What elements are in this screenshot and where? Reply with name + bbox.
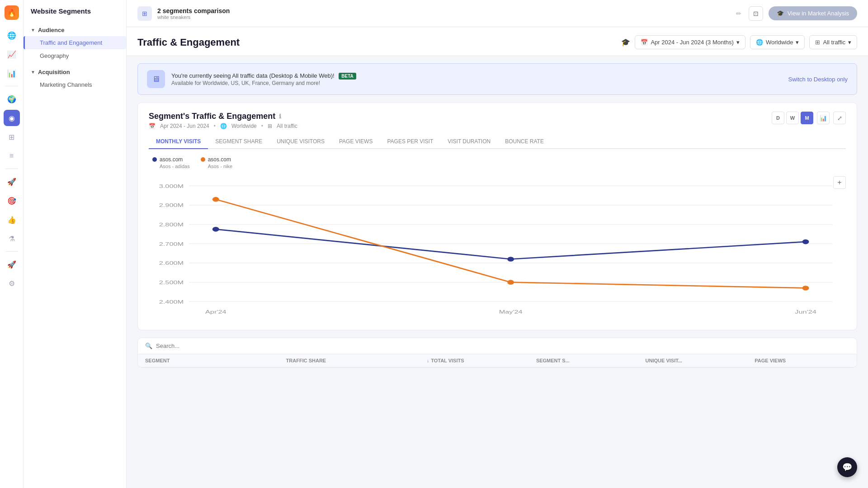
period-day-button[interactable]: D [772,112,784,124]
sidebar-item-geography[interactable]: Geography [24,49,126,62]
rail-rocket-icon[interactable]: 🚀 [4,174,20,190]
share-button[interactable]: ⤢ [833,112,846,124]
banner-icon: 🖥 [147,70,165,88]
geo-filter-button[interactable]: 🌐 Worldwide ▾ [750,35,805,49]
legend-item-adidas: asos.com Asos - adidas [152,156,190,169]
rail-target-icon[interactable]: 🎯 [4,192,20,209]
app-logo[interactable]: 🔥 [5,5,19,20]
legend-dot-nike [201,157,205,162]
sidebar-section-audience: ▼ Audience Traffic and Engagement Geogra… [24,22,126,64]
chart-legend: asos.com Asos - adidas asos.com Asos - n… [149,156,846,169]
rail-segments-icon[interactable]: ◉ [4,110,20,126]
series-adidas-line [216,229,806,259]
chart-subtitle: 📅 Apr 2024 - Jun 2024 • 🌐 Worldwide • ⊞ … [149,123,297,129]
rail-thumbs-icon[interactable]: 👍 [4,211,20,228]
section-header: Traffic & Engagement 🎓 📅 Apr 2024 - Jun … [127,27,868,56]
sort-down-icon: ↓ [427,358,429,363]
chat-button[interactable]: 💬 [837,457,857,477]
calendar-icon: 📅 [641,39,648,46]
rail-launch-icon[interactable]: 🚀 [4,256,20,272]
tab-page-views[interactable]: PAGE VIEWS [332,135,380,149]
tab-unique-visitors[interactable]: UNIQUE VISITORS [269,135,332,149]
series-nike-point-3 [802,286,809,291]
edit-icon[interactable]: ✏ [734,8,743,19]
rail-filter-icon[interactable]: ⚗ [4,230,20,247]
banner-subtitle: Available for Worldwide, US, UK, France,… [171,80,782,86]
rail-divider-2 [5,169,18,169]
rail-home-icon[interactable]: 🌐 [4,27,20,43]
chart-area: + 3.000M 2.900M 2.800M 2.700M 2.600M [149,176,846,321]
svg-text:2.400M: 2.400M [159,299,184,305]
date-filter-button[interactable]: 📅 Apr 2024 - Jun 2024 (3 Months) ▾ [635,35,745,49]
search-input[interactable] [156,343,849,349]
page-title: Traffic & Engagement [137,37,614,48]
top-bar: ⊞ 2 segments comparison white sneakers ✏… [127,0,868,27]
segment-count: 2 segments comparison [157,7,729,14]
sidebar-section-acquisition: ▼ Acquisition Marketing Channels [24,64,126,93]
svg-text:Apr'24: Apr'24 [205,309,226,314]
banner-text: You're currently seeing All traffic data… [171,72,782,86]
series-adidas-point-1 [212,227,219,232]
rail-globe-icon[interactable]: 🌍 [4,91,20,107]
acquisition-label: Acquisition [38,69,70,75]
rail-bars-icon[interactable]: ≡ [4,148,20,164]
content-area: Traffic & Engagement 🎓 📅 Apr 2024 - Jun … [127,27,868,488]
main-content: ⊞ 2 segments comparison white sneakers ✏… [127,0,868,488]
info-banner: 🖥 You're currently seeing All traffic da… [137,63,857,95]
globe-icon: 🌐 [756,39,763,46]
series-nike-point-2 [507,280,514,285]
switch-desktop-link[interactable]: Switch to Desktop only [788,76,848,83]
add-series-button[interactable]: + [833,176,846,189]
svg-text:2.500M: 2.500M [159,279,184,285]
section-icon: 🎓 [621,38,630,47]
chart-title-block: Segment's Traffic & Engagement ℹ 📅 Apr 2… [149,112,297,129]
tab-bounce-rate[interactable]: BOUNCE RATE [498,135,551,149]
rail-settings-icon[interactable]: ⚙ [4,275,20,291]
traffic-icon: ⊞ [815,39,820,46]
table-section: 🔍 Segment Traffic Share ↓ Total Visits S… [137,338,857,368]
tab-segment-share[interactable]: SEGMENT SHARE [208,135,269,149]
series-adidas-point-3 [802,239,809,244]
chart-controls: D W M 📊 ⤢ [772,112,846,124]
chart-tabs: MONTHLY VISITS SEGMENT SHARE UNIQUE VISI… [149,135,846,149]
sidebar-item-traffic[interactable]: Traffic and Engagement [24,36,126,49]
chart-card: Segment's Traffic & Engagement ℹ 📅 Apr 2… [137,102,857,330]
rail-divider-3 [5,251,18,252]
sidebar-item-marketing[interactable]: Marketing Channels [24,78,126,91]
rail-analytics-icon[interactable]: 📈 [4,46,20,62]
compare-icon[interactable]: ⊡ [749,6,763,21]
col-total-visits: ↓ Total Visits [420,358,529,363]
tab-monthly-visits[interactable]: MONTHLY VISITS [149,135,208,149]
rail-layers-icon[interactable]: ⊞ [4,129,20,145]
chart-title: Segment's Traffic & Engagement ℹ [149,112,297,121]
audience-label: Audience [38,27,65,33]
chevron-right-icon: ▼ [31,70,35,75]
svg-text:May'24: May'24 [499,309,523,314]
line-chart-svg: 3.000M 2.900M 2.800M 2.700M 2.600M 2.500… [149,176,846,321]
chart-calendar-icon: 📅 [149,123,156,129]
icon-rail: 🔥 🌐 📈 📊 🌍 ◉ ⊞ ≡ 🚀 🎯 👍 ⚗ 🚀 ⚙ [0,0,24,488]
table-header: Segment Traffic Share ↓ Total Visits Seg… [138,354,857,367]
segment-subtitle: white sneakers [157,14,729,20]
period-week-button[interactable]: W [786,112,799,124]
info-icon[interactable]: ℹ [279,113,281,120]
rail-chart-icon[interactable]: 📊 [4,65,20,81]
chart-globe-icon: 🌐 [220,123,227,129]
banner-title: You're currently seeing All traffic data… [171,72,782,79]
period-month-button[interactable]: M [801,112,813,124]
svg-text:2.800M: 2.800M [159,221,184,227]
segment-type-icon: ⊞ [137,6,152,21]
chart-traffic-icon: ⊞ [268,123,272,129]
export-excel-button[interactable]: 📊 [817,112,830,124]
chevron-down-icon: ▾ [736,39,740,46]
tab-visit-duration[interactable]: VISIT DURATION [440,135,498,149]
view-market-button[interactable]: 🎓 View in Market Analysis [769,6,857,20]
traffic-filter-button[interactable]: ⊞ All traffic ▾ [809,35,857,49]
sidebar-acquisition-header[interactable]: ▼ Acquisition [24,66,126,78]
chevron-down-icon: ▾ [848,39,851,46]
tab-pages-per-visit[interactable]: PAGES PER VISIT [380,135,440,149]
segment-info: 2 segments comparison white sneakers [157,7,729,20]
col-segment-s: Segment S... [529,358,638,363]
series-nike-point-1 [212,197,219,202]
sidebar-audience-header[interactable]: ▼ Audience [24,24,126,36]
